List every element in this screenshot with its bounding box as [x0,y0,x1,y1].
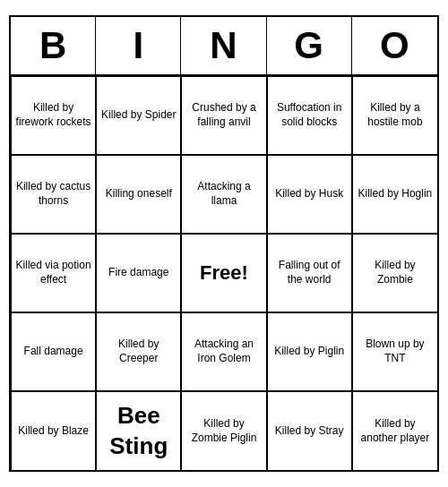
bingo-cell-12[interactable]: Free! [181,234,266,312]
bingo-cell-24[interactable]: Killed by another player [352,391,437,470]
bingo-cell-21[interactable]: Bee Sting [96,391,181,470]
bingo-cell-10[interactable]: Killed via potion effect [11,234,96,312]
bingo-cell-2[interactable]: Crushed by a falling anvil [181,76,266,155]
bingo-letter-g: G [267,17,352,74]
bingo-cell-14[interactable]: Killed by Zombie [352,234,437,312]
bingo-header: BINGO [11,17,437,76]
bingo-cell-6[interactable]: Killing oneself [96,155,181,234]
bingo-cell-4[interactable]: Killed by a hostile mob [352,76,437,155]
bingo-cell-15[interactable]: Fall damage [11,312,96,391]
bingo-cell-7[interactable]: Attacking a llama [181,155,266,234]
bingo-letter-n: N [181,17,266,74]
bingo-cell-19[interactable]: Blown up by TNT [352,312,437,391]
bingo-cell-23[interactable]: Killed by Stray [267,391,352,470]
bingo-cell-20[interactable]: Killed by Blaze [11,391,96,470]
bingo-cell-5[interactable]: Killed by cactus thorns [11,155,96,234]
bingo-cell-22[interactable]: Killed by Zombie Piglin [181,391,266,470]
bingo-cell-8[interactable]: Killed by Husk [267,155,352,234]
bingo-cell-0[interactable]: Killed by firework rockets [11,76,96,155]
bingo-grid: Killed by firework rocketsKilled by Spid… [11,76,437,470]
bingo-cell-3[interactable]: Suffocation in solid blocks [267,76,352,155]
bingo-cell-9[interactable]: Killed by Hoglin [352,155,437,234]
bingo-cell-11[interactable]: Fire damage [96,234,181,312]
bingo-cell-1[interactable]: Killed by Spider [96,76,181,155]
bingo-letter-i: I [96,17,181,74]
bingo-card: BINGO Killed by firework rocketsKilled b… [9,15,439,472]
bingo-cell-13[interactable]: Falling out of the world [267,234,352,312]
bingo-cell-17[interactable]: Attacking an Iron Golem [181,312,266,391]
bingo-letter-o: O [352,17,437,74]
bingo-cell-18[interactable]: Killed by Piglin [267,312,352,391]
bingo-letter-b: B [11,17,96,74]
bingo-cell-16[interactable]: Killed by Creeper [96,312,181,391]
